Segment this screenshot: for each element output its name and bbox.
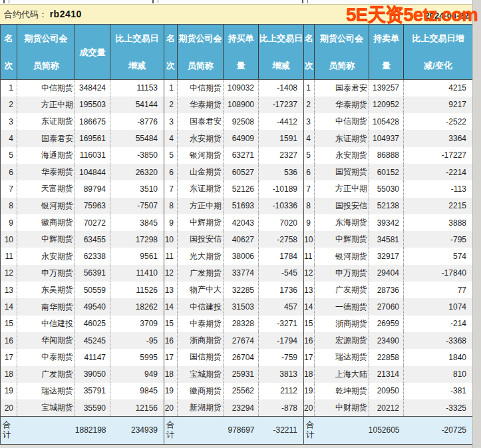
header-line: 名 — [305, 33, 313, 43]
value-cell: 55030 — [369, 180, 404, 197]
company-cell: 华闻期货 — [17, 332, 75, 349]
company-cell: 中信期货 — [17, 80, 75, 97]
rank-cell: 1 — [164, 80, 178, 97]
table-row: 13东吴期货505591152613物产中大32285173613广发期货287… — [1, 282, 473, 298]
table-row: 11永安期货62338956111光大期货38006178411银河期货3291… — [1, 248, 473, 264]
rank-cell: 19 — [304, 383, 315, 399]
company-cell: 新湖期货 — [178, 399, 224, 416]
rank-cell: 2 — [304, 97, 315, 113]
value-cell: 35791 — [75, 383, 110, 399]
value-cell: 28736 — [369, 282, 404, 298]
value-cell: 27674 — [224, 332, 259, 349]
change-cell: 2327 — [259, 147, 304, 164]
value-cell: 104844 — [75, 164, 110, 180]
change-cell: -2522 — [404, 113, 473, 130]
value-cell: 63271 — [224, 147, 259, 164]
change-cell: 949 — [110, 366, 164, 383]
rank-cell: 8 — [164, 198, 178, 214]
company-cell: 物产中大 — [178, 282, 224, 298]
rank-cell: 9 — [164, 214, 178, 231]
header-text: 比上交易日增减 — [110, 25, 164, 79]
header-line: 次 — [166, 61, 175, 71]
company-cell: 宝城期货 — [178, 366, 224, 383]
rank-cell: 14 — [164, 298, 178, 315]
change-cell: 9561 — [110, 248, 164, 264]
value-cell: 39342 — [369, 214, 404, 231]
company-cell: 国泰君安 — [178, 113, 224, 130]
scrollbar-track[interactable] — [472, 0, 481, 448]
table-row: 6华泰期货104844263206山金期货605275366国贸期货60152-… — [1, 164, 473, 180]
value-cell: 64909 — [224, 130, 259, 146]
change-cell: -545 — [259, 265, 304, 282]
rank-cell: 20 — [1, 399, 17, 416]
header-line: 员简称 — [329, 61, 355, 71]
total-value: 978697 — [178, 416, 259, 444]
total-change: -32211 — [259, 416, 304, 444]
value-cell: 109032 — [224, 80, 259, 97]
column-header-buy-volume: 持买单量 — [224, 25, 259, 80]
rank-cell: 10 — [164, 231, 178, 248]
company-cell: 国信期货 — [178, 349, 224, 365]
total-change: -20725 — [404, 416, 473, 444]
change-cell: 2215 — [404, 198, 473, 214]
rank-cell: 17 — [164, 349, 178, 365]
change-cell: -8776 — [110, 113, 164, 130]
rank-cell: 18 — [164, 366, 178, 383]
value-cell: 28328 — [224, 316, 259, 332]
company-cell: 中信建投 — [178, 298, 224, 315]
rank-cell: 11 — [164, 248, 178, 264]
value-cell: 32285 — [224, 282, 259, 298]
rank-cell: 3 — [164, 113, 178, 130]
company-cell: 国投安信 — [178, 231, 224, 248]
company-cell: 申万期货 — [315, 265, 369, 282]
rank-cell: 12 — [1, 265, 17, 282]
value-cell: 60527 — [224, 164, 259, 180]
change-cell: 3845 — [110, 214, 164, 231]
rank-cell: 4 — [304, 130, 315, 146]
header-text: 比上交易日增减/变化 — [404, 25, 472, 79]
change-cell: 2112 — [259, 383, 304, 399]
rank-cell: 17 — [1, 349, 17, 365]
value-cell: 108900 — [224, 97, 259, 113]
rank-cell: 6 — [1, 164, 17, 180]
change-cell: 54144 — [110, 97, 164, 113]
table-row: 9徽商期货7027238459中辉期货4204370209东海期货3934238… — [1, 214, 473, 231]
change-cell: -3368 — [404, 332, 473, 349]
change-cell: -795 — [404, 231, 473, 248]
rank-cell: 16 — [164, 332, 178, 349]
table-row: 1中信期货348424111531中信期货109032-14081国泰君安139… — [1, 80, 473, 97]
change-cell: 55484 — [110, 130, 164, 146]
total-label: 合计 — [304, 416, 315, 444]
company-cell: 银河期货 — [178, 147, 224, 164]
value-cell: 75963 — [75, 198, 110, 214]
value-cell: 40627 — [224, 231, 259, 248]
company-cell: 宏源期货 — [315, 332, 369, 349]
company-cell: 广发期货 — [315, 282, 369, 298]
rank-cell: 7 — [304, 180, 315, 197]
total-label: 合计 — [1, 416, 17, 444]
header-line: 员简称 — [188, 61, 214, 71]
value-cell: 20950 — [369, 383, 404, 399]
table-row: 2方正中期195503541442华泰期货108900-172372华泰期货12… — [1, 97, 473, 113]
company-cell: 中泰期货 — [17, 349, 75, 365]
header-line: 次 — [305, 61, 313, 71]
value-cell: 348424 — [75, 80, 110, 97]
value-cell: 32917 — [369, 248, 404, 264]
rank-cell: 10 — [304, 231, 315, 248]
value-cell: 42043 — [224, 214, 259, 231]
site-watermark: 5E天资5etz.com — [346, 2, 478, 27]
value-cell: 89794 — [75, 180, 110, 197]
rank-cell: 8 — [1, 198, 17, 214]
change-cell: -1408 — [259, 80, 304, 97]
company-cell: 银河期货 — [315, 248, 369, 264]
value-cell: 86888 — [369, 147, 404, 164]
change-cell: 3364 — [404, 130, 473, 146]
rank-cell: 12 — [304, 265, 315, 282]
header-text: 持卖单量 — [369, 25, 403, 79]
change-cell: 9217 — [404, 97, 473, 113]
rank-cell: 7 — [164, 180, 178, 197]
company-cell: 中泰期货 — [178, 316, 224, 332]
rank-cell: 12 — [164, 265, 178, 282]
change-cell: 18262 — [110, 298, 164, 315]
change-cell: -3850 — [110, 147, 164, 164]
